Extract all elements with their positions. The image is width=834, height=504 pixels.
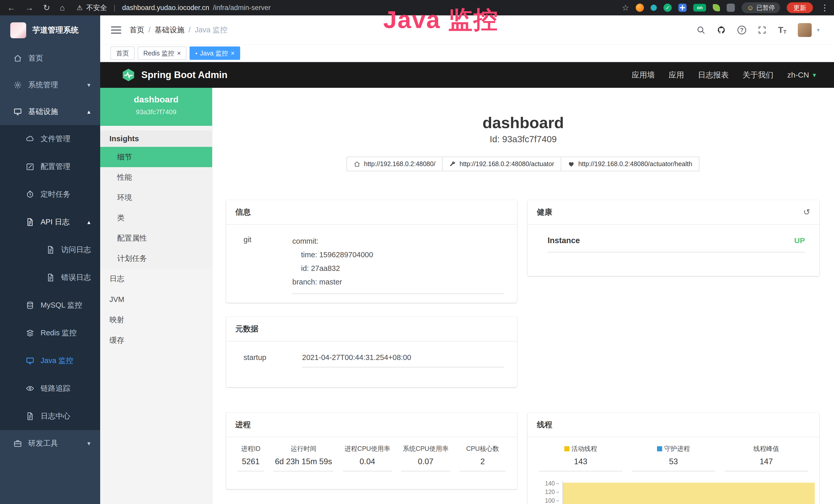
sidebar-item-redis-monitor[interactable]: Redis 监控: [0, 319, 100, 347]
daemon-threads-label: 守护进程: [627, 444, 720, 453]
monitor-icon: [26, 357, 35, 365]
browser-forward-button[interactable]: →: [25, 3, 34, 13]
chevron-down-icon: ▾: [813, 71, 816, 79]
breadcrumb: 首页 / 基础设施 / Java 监控: [129, 25, 227, 35]
extension-icon-leaf[interactable]: [713, 4, 720, 11]
instance-header[interactable]: dashboard 93a3fc7f7409: [100, 88, 212, 126]
address-divider: |: [113, 4, 115, 12]
close-icon[interactable]: ×: [177, 49, 181, 57]
sba-sidebar-item-caches[interactable]: 缓存: [100, 330, 212, 351]
app-title: 芋道管理系统: [32, 25, 79, 36]
sba-sidebar-item-config-props[interactable]: 配置属性: [100, 228, 212, 248]
sidebar-item-java-monitor[interactable]: Java 监控: [0, 347, 100, 374]
breadcrumb-infrastructure[interactable]: 基础设施: [155, 25, 184, 35]
process-card-title: 进程: [235, 419, 251, 430]
metadata-key-startup: startup: [243, 353, 302, 367]
sba-locale-select[interactable]: zh-CN: [787, 71, 809, 79]
smiley-icon: ☺: [747, 4, 754, 12]
process-uptime-label: 运行时间: [269, 444, 338, 453]
tab-java-monitor[interactable]: ● Java 监控 ×: [190, 46, 240, 60]
sidebar-item-scheduled-tasks[interactable]: 定时任务: [0, 181, 100, 208]
sidebar-item-trace[interactable]: 链路追踪: [0, 374, 100, 402]
sidebar-item-system-mgmt[interactable]: 系统管理 ▾: [0, 72, 100, 98]
sidebar-item-dev-tools[interactable]: 研发工具 ▾: [0, 430, 100, 457]
sba-sidebar: dashboard 93a3fc7f7409 Insights 细节 性能 环境…: [100, 88, 213, 504]
cpu-cores-label: CPU核心数: [455, 444, 510, 453]
document-icon: [46, 273, 55, 282]
browser-home-button[interactable]: ⌂: [60, 3, 65, 13]
sidebar-item-mysql-monitor[interactable]: MySQL 监控: [0, 292, 100, 319]
layers-icon: [26, 329, 35, 337]
admin-menu: 首页 系统管理 ▾ 基础设施 ▴ 文件管理 配置管理 定时任务: [0, 45, 100, 457]
sba-nav-journal[interactable]: 日志报表: [698, 70, 729, 81]
browser-refresh-button[interactable]: ↻: [43, 3, 50, 13]
sidebar-item-error-logs[interactable]: 错误日志: [0, 264, 100, 292]
app-logo-row[interactable]: 芋道管理系统: [0, 16, 100, 45]
extension-icon-toggle[interactable]: on: [693, 4, 706, 12]
sba-sidebar-item-logs[interactable]: 日志: [100, 269, 212, 289]
service-url-button[interactable]: http://192.168.0.2:48080/: [347, 157, 443, 171]
sba-sidebar-item-jvm[interactable]: JVM: [100, 289, 212, 310]
search-icon[interactable]: [696, 25, 706, 35]
fullscreen-icon[interactable]: [758, 25, 767, 35]
toolbox-icon: [13, 439, 22, 448]
health-url-button[interactable]: http://192.168.0.2:48080/actuator/health: [561, 157, 699, 171]
sba-nav-about[interactable]: 关于我们: [743, 70, 773, 81]
daemon-threads-value: 53: [632, 457, 715, 472]
sba-sidebar-group-insights[interactable]: Insights: [100, 131, 212, 147]
browser-update-button[interactable]: 更新: [787, 2, 813, 13]
infrastructure-submenu: 文件管理 配置管理 定时任务 API 日志 ▴ 访问日志 错误日志: [0, 125, 100, 430]
paused-badge[interactable]: ☺ 已暂停: [742, 2, 780, 13]
sba-sidebar-item-scheduled[interactable]: 计划任务: [100, 248, 212, 269]
bookmark-star-icon[interactable]: ☆: [622, 3, 629, 13]
avatar[interactable]: [798, 23, 812, 37]
sba-sidebar-item-classes[interactable]: 类: [100, 208, 212, 228]
extension-icon-grid[interactable]: [678, 4, 686, 12]
extension-icon-drop[interactable]: [651, 5, 657, 11]
github-icon[interactable]: [717, 25, 726, 35]
sba-brand[interactable]: Spring Boot Admin: [141, 70, 227, 81]
font-size-icon[interactable]: TT: [778, 25, 787, 35]
database-icon: [26, 301, 35, 310]
url-domain[interactable]: dashboard.yudao.iocoder.cn: [122, 4, 209, 12]
sidebar-item-file-mgmt[interactable]: 文件管理: [0, 125, 100, 153]
sba-sidebar-item-mappings[interactable]: 映射: [100, 310, 212, 330]
sidebar-item-home[interactable]: 首页: [0, 45, 100, 72]
chevron-down-icon[interactable]: ▾: [817, 27, 820, 33]
sba-sidebar-item-details[interactable]: 细节: [100, 147, 212, 167]
sidebar-item-config-mgmt[interactable]: 配置管理: [0, 153, 100, 181]
process-uptime-value: 6d 23h 15m 59s: [273, 457, 334, 472]
sidebar-item-log-center[interactable]: 日志中心: [0, 402, 100, 430]
instance-id: 93a3fc7f7409: [100, 108, 212, 116]
sidebar-item-api-logs[interactable]: API 日志 ▴: [0, 208, 100, 236]
instance-links: http://192.168.0.2:48080/ http://192.168…: [213, 157, 834, 171]
history-icon[interactable]: ↺: [803, 207, 810, 217]
sba-sidebar-item-metrics[interactable]: 性能: [100, 167, 212, 187]
sidebar-item-infrastructure[interactable]: 基础设施 ▴: [0, 98, 100, 125]
hamburger-icon[interactable]: [111, 24, 121, 36]
sba-sidebar-item-environment[interactable]: 环境: [100, 187, 212, 208]
sba-nav-applications[interactable]: 应用: [668, 70, 684, 81]
extension-icon-check[interactable]: ✓: [663, 4, 672, 12]
sba-nav-wallboard[interactable]: 应用墙: [632, 70, 655, 81]
address-bar[interactable]: ⚠ 不安全 | dashboard.yudao.iocoder.cn/infra…: [76, 3, 271, 12]
chevron-down-icon: ▾: [87, 440, 90, 447]
extensions-puzzle-icon[interactable]: [727, 4, 735, 12]
browser-back-button[interactable]: ←: [7, 3, 16, 13]
breadcrumb-home[interactable]: 首页: [129, 25, 144, 35]
sidebar-item-access-logs[interactable]: 访问日志: [0, 236, 100, 264]
help-icon[interactable]: ?: [738, 26, 746, 35]
extension-icon-fox[interactable]: [636, 4, 644, 12]
browser-menu-icon[interactable]: ⋮: [821, 3, 829, 13]
chevron-up-icon: ▴: [87, 219, 90, 226]
instance-name: dashboard: [100, 94, 212, 105]
peak-threads-label: 线程峰值: [720, 444, 813, 453]
close-icon[interactable]: ×: [231, 49, 235, 57]
actuator-url-button[interactable]: http://192.168.0.2:48080/actuator: [442, 157, 561, 171]
tab-redis-monitor[interactable]: Redis 监控 ×: [138, 46, 186, 60]
url-path[interactable]: /infra/admin-server: [213, 4, 271, 12]
security-label[interactable]: 不安全: [86, 3, 107, 12]
tab-home[interactable]: 首页: [110, 46, 135, 60]
threads-card-title: 线程: [537, 419, 552, 430]
health-instance-label: Instance: [548, 236, 580, 245]
